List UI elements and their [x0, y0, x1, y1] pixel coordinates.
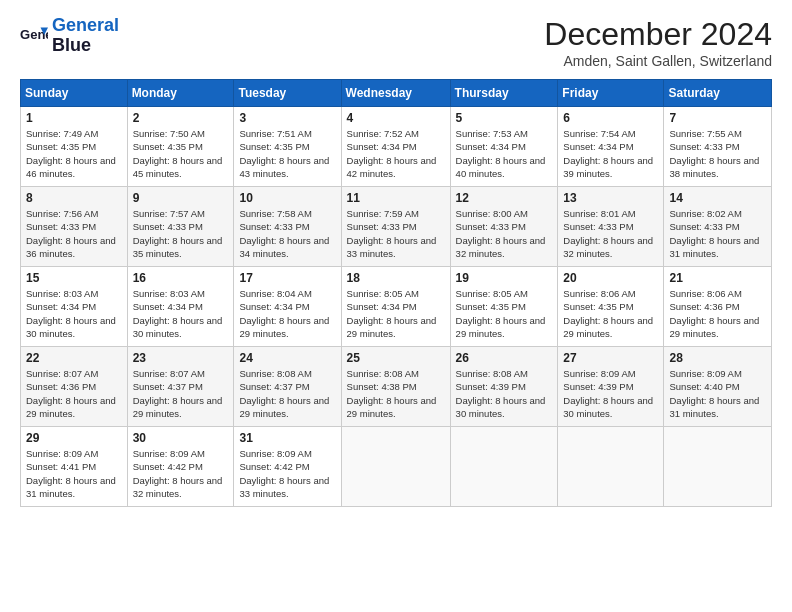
day-number: 26: [456, 351, 553, 365]
day-info: Sunrise: 8:09 AM Sunset: 4:41 PM Dayligh…: [26, 448, 116, 499]
day-info: Sunrise: 8:08 AM Sunset: 4:38 PM Dayligh…: [347, 368, 437, 419]
day-info: Sunrise: 8:01 AM Sunset: 4:33 PM Dayligh…: [563, 208, 653, 259]
calendar-table: Sunday Monday Tuesday Wednesday Thursday…: [20, 79, 772, 507]
day-number: 9: [133, 191, 229, 205]
empty-cell: [450, 427, 558, 507]
day-info: Sunrise: 7:50 AM Sunset: 4:35 PM Dayligh…: [133, 128, 223, 179]
logo: General GeneralBlue: [20, 16, 119, 56]
day-number: 18: [347, 271, 445, 285]
table-row: 5 Sunrise: 7:53 AM Sunset: 4:34 PM Dayli…: [450, 107, 558, 187]
table-row: 30 Sunrise: 8:09 AM Sunset: 4:42 PM Dayl…: [127, 427, 234, 507]
col-sunday: Sunday: [21, 80, 128, 107]
table-row: 11 Sunrise: 7:59 AM Sunset: 4:33 PM Dayl…: [341, 187, 450, 267]
table-row: 18 Sunrise: 8:05 AM Sunset: 4:34 PM Dayl…: [341, 267, 450, 347]
day-number: 7: [669, 111, 766, 125]
col-monday: Monday: [127, 80, 234, 107]
table-row: 2 Sunrise: 7:50 AM Sunset: 4:35 PM Dayli…: [127, 107, 234, 187]
day-number: 1: [26, 111, 122, 125]
table-row: 26 Sunrise: 8:08 AM Sunset: 4:39 PM Dayl…: [450, 347, 558, 427]
col-thursday: Thursday: [450, 80, 558, 107]
day-info: Sunrise: 8:09 AM Sunset: 4:39 PM Dayligh…: [563, 368, 653, 419]
logo-icon: General: [20, 22, 48, 50]
day-number: 12: [456, 191, 553, 205]
month-title: December 2024: [544, 16, 772, 53]
table-row: 21 Sunrise: 8:06 AM Sunset: 4:36 PM Dayl…: [664, 267, 772, 347]
day-info: Sunrise: 7:49 AM Sunset: 4:35 PM Dayligh…: [26, 128, 116, 179]
day-info: Sunrise: 8:08 AM Sunset: 4:39 PM Dayligh…: [456, 368, 546, 419]
day-number: 2: [133, 111, 229, 125]
day-info: Sunrise: 8:09 AM Sunset: 4:42 PM Dayligh…: [239, 448, 329, 499]
day-info: Sunrise: 7:57 AM Sunset: 4:33 PM Dayligh…: [133, 208, 223, 259]
day-number: 28: [669, 351, 766, 365]
day-number: 11: [347, 191, 445, 205]
day-info: Sunrise: 8:05 AM Sunset: 4:34 PM Dayligh…: [347, 288, 437, 339]
day-info: Sunrise: 7:51 AM Sunset: 4:35 PM Dayligh…: [239, 128, 329, 179]
table-row: 17 Sunrise: 8:04 AM Sunset: 4:34 PM Dayl…: [234, 267, 341, 347]
table-row: 4 Sunrise: 7:52 AM Sunset: 4:34 PM Dayli…: [341, 107, 450, 187]
day-number: 4: [347, 111, 445, 125]
table-row: 22 Sunrise: 8:07 AM Sunset: 4:36 PM Dayl…: [21, 347, 128, 427]
day-number: 13: [563, 191, 658, 205]
table-row: 7 Sunrise: 7:55 AM Sunset: 4:33 PM Dayli…: [664, 107, 772, 187]
empty-cell: [664, 427, 772, 507]
day-number: 15: [26, 271, 122, 285]
day-info: Sunrise: 8:08 AM Sunset: 4:37 PM Dayligh…: [239, 368, 329, 419]
table-row: 19 Sunrise: 8:05 AM Sunset: 4:35 PM Dayl…: [450, 267, 558, 347]
day-number: 24: [239, 351, 335, 365]
table-row: 13 Sunrise: 8:01 AM Sunset: 4:33 PM Dayl…: [558, 187, 664, 267]
table-row: 12 Sunrise: 8:00 AM Sunset: 4:33 PM Dayl…: [450, 187, 558, 267]
day-number: 29: [26, 431, 122, 445]
day-number: 17: [239, 271, 335, 285]
table-row: 31 Sunrise: 8:09 AM Sunset: 4:42 PM Dayl…: [234, 427, 341, 507]
day-number: 25: [347, 351, 445, 365]
day-info: Sunrise: 7:52 AM Sunset: 4:34 PM Dayligh…: [347, 128, 437, 179]
day-info: Sunrise: 7:53 AM Sunset: 4:34 PM Dayligh…: [456, 128, 546, 179]
day-number: 22: [26, 351, 122, 365]
day-number: 3: [239, 111, 335, 125]
col-saturday: Saturday: [664, 80, 772, 107]
day-number: 23: [133, 351, 229, 365]
day-info: Sunrise: 8:04 AM Sunset: 4:34 PM Dayligh…: [239, 288, 329, 339]
header: General GeneralBlue December 2024 Amden,…: [20, 16, 772, 69]
day-info: Sunrise: 8:00 AM Sunset: 4:33 PM Dayligh…: [456, 208, 546, 259]
table-row: 24 Sunrise: 8:08 AM Sunset: 4:37 PM Dayl…: [234, 347, 341, 427]
day-info: Sunrise: 8:07 AM Sunset: 4:36 PM Dayligh…: [26, 368, 116, 419]
day-number: 31: [239, 431, 335, 445]
title-block: December 2024 Amden, Saint Gallen, Switz…: [544, 16, 772, 69]
table-row: 16 Sunrise: 8:03 AM Sunset: 4:34 PM Dayl…: [127, 267, 234, 347]
day-info: Sunrise: 8:07 AM Sunset: 4:37 PM Dayligh…: [133, 368, 223, 419]
day-info: Sunrise: 8:06 AM Sunset: 4:36 PM Dayligh…: [669, 288, 759, 339]
table-row: 15 Sunrise: 8:03 AM Sunset: 4:34 PM Dayl…: [21, 267, 128, 347]
day-number: 27: [563, 351, 658, 365]
day-info: Sunrise: 7:59 AM Sunset: 4:33 PM Dayligh…: [347, 208, 437, 259]
table-row: 23 Sunrise: 8:07 AM Sunset: 4:37 PM Dayl…: [127, 347, 234, 427]
col-tuesday: Tuesday: [234, 80, 341, 107]
table-row: 9 Sunrise: 7:57 AM Sunset: 4:33 PM Dayli…: [127, 187, 234, 267]
table-row: 25 Sunrise: 8:08 AM Sunset: 4:38 PM Dayl…: [341, 347, 450, 427]
day-number: 20: [563, 271, 658, 285]
day-number: 14: [669, 191, 766, 205]
day-info: Sunrise: 8:02 AM Sunset: 4:33 PM Dayligh…: [669, 208, 759, 259]
day-info: Sunrise: 8:09 AM Sunset: 4:42 PM Dayligh…: [133, 448, 223, 499]
logo-text: GeneralBlue: [52, 16, 119, 56]
col-friday: Friday: [558, 80, 664, 107]
empty-cell: [558, 427, 664, 507]
day-info: Sunrise: 7:55 AM Sunset: 4:33 PM Dayligh…: [669, 128, 759, 179]
table-row: 20 Sunrise: 8:06 AM Sunset: 4:35 PM Dayl…: [558, 267, 664, 347]
empty-cell: [341, 427, 450, 507]
table-row: 10 Sunrise: 7:58 AM Sunset: 4:33 PM Dayl…: [234, 187, 341, 267]
table-row: 6 Sunrise: 7:54 AM Sunset: 4:34 PM Dayli…: [558, 107, 664, 187]
table-row: 27 Sunrise: 8:09 AM Sunset: 4:39 PM Dayl…: [558, 347, 664, 427]
table-row: 3 Sunrise: 7:51 AM Sunset: 4:35 PM Dayli…: [234, 107, 341, 187]
day-info: Sunrise: 7:54 AM Sunset: 4:34 PM Dayligh…: [563, 128, 653, 179]
day-info: Sunrise: 8:06 AM Sunset: 4:35 PM Dayligh…: [563, 288, 653, 339]
day-number: 10: [239, 191, 335, 205]
table-row: 1 Sunrise: 7:49 AM Sunset: 4:35 PM Dayli…: [21, 107, 128, 187]
day-number: 5: [456, 111, 553, 125]
table-row: 8 Sunrise: 7:56 AM Sunset: 4:33 PM Dayli…: [21, 187, 128, 267]
table-row: 29 Sunrise: 8:09 AM Sunset: 4:41 PM Dayl…: [21, 427, 128, 507]
day-number: 21: [669, 271, 766, 285]
day-info: Sunrise: 7:58 AM Sunset: 4:33 PM Dayligh…: [239, 208, 329, 259]
day-info: Sunrise: 7:56 AM Sunset: 4:33 PM Dayligh…: [26, 208, 116, 259]
table-row: 14 Sunrise: 8:02 AM Sunset: 4:33 PM Dayl…: [664, 187, 772, 267]
